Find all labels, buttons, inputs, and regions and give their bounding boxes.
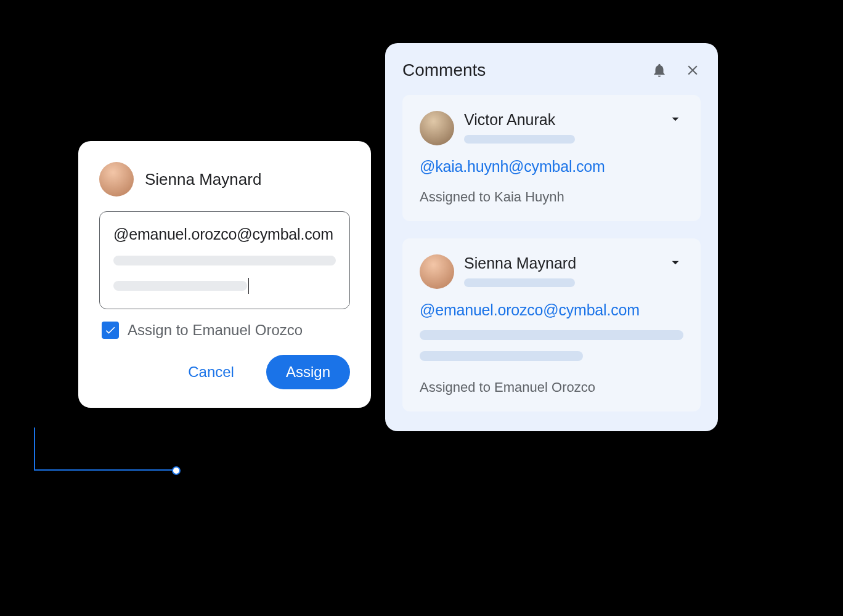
editor-placeholder-line [113,256,336,265]
avatar [99,162,134,197]
comment-meta-placeholder [464,278,575,287]
comments-panel-title: Comments [402,60,651,80]
comment-card[interactable]: Victor Anurak @kaia.huynh@cymbal.com Ass… [402,95,701,221]
comment-card[interactable]: Sienna Maynard @emanuel.orozco@cymbal.co… [402,238,701,411]
compose-author-name: Sienna Maynard [145,170,261,189]
comment-head: Sienna Maynard [420,254,683,289]
compose-comment-card: Sienna Maynard @emanuel.orozco@cymbal.co… [78,141,371,408]
comment-author-name: Victor Anurak [464,111,658,129]
bell-icon [651,62,667,78]
close-button[interactable] [685,62,701,78]
check-icon [104,324,116,336]
expand-comment-button[interactable] [667,111,683,127]
selection-anchor-line [34,428,176,471]
assigned-to-text: Assigned to Emanuel Orozco [420,379,683,395]
comment-editor[interactable]: @emanuel.orozco@cymbal.com [99,211,350,309]
compose-button-row: Cancel Assign [99,355,350,389]
expand-comment-button[interactable] [667,254,683,270]
comment-body-placeholder [420,330,683,340]
assign-label: Assign to Emanuel Orozco [128,322,303,339]
comment-meta-placeholder [464,135,575,144]
avatar [420,254,454,289]
assign-button[interactable]: Assign [266,355,350,389]
text-cursor [248,278,250,294]
chevron-down-icon [667,254,683,270]
cancel-button[interactable]: Cancel [168,355,254,389]
comment-author-name: Sienna Maynard [464,254,658,272]
mention-link[interactable]: @kaia.huynh@cymbal.com [420,158,683,176]
assign-checkbox[interactable] [102,322,119,339]
mention-link[interactable]: @emanuel.orozco@cymbal.com [420,301,683,319]
compose-header: Sienna Maynard [99,162,350,197]
assigned-to-text: Assigned to Kaia Huynh [420,189,683,205]
notifications-button[interactable] [651,62,667,78]
avatar [420,111,454,145]
comments-panel: Comments Victor Anurak [385,43,718,431]
selection-anchor-handle[interactable] [172,466,181,475]
mention-text: @emanuel.orozco@cymbal.com [113,225,336,243]
close-icon [685,62,701,78]
comments-panel-header: Comments [402,60,701,80]
comment-body-placeholder [420,351,583,361]
comment-head: Victor Anurak [420,111,683,145]
chevron-down-icon [667,111,683,127]
assign-row: Assign to Emanuel Orozco [99,322,350,339]
editor-placeholder-line [113,281,247,291]
